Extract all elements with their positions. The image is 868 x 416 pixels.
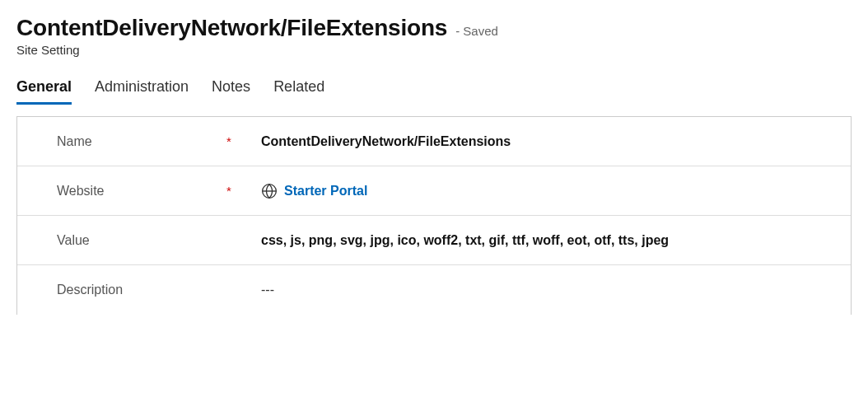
form-panel: Name * ContentDeliveryNetwork/FileExtens… [16, 116, 852, 315]
field-row-description: Description --- [17, 265, 851, 315]
field-label-description: Description [57, 283, 226, 297]
tab-administration[interactable]: Administration [95, 78, 189, 105]
saved-indicator: - Saved [455, 24, 498, 38]
required-marker: * [226, 134, 243, 148]
description-field[interactable]: --- [243, 283, 274, 297]
page-title: ContentDeliveryNetwork/FileExtensions [16, 15, 447, 41]
website-field[interactable]: Starter Portal [243, 183, 367, 199]
tab-notes[interactable]: Notes [212, 78, 250, 105]
tab-general[interactable]: General [16, 78, 72, 105]
field-label-name: Name [57, 134, 226, 149]
name-field[interactable]: ContentDeliveryNetwork/FileExtensions [243, 134, 511, 149]
tab-related[interactable]: Related [273, 78, 324, 105]
field-row-name: Name * ContentDeliveryNetwork/FileExtens… [17, 117, 851, 166]
page-header: ContentDeliveryNetwork/FileExtensions - … [16, 15, 852, 57]
field-label-website: Website [57, 184, 226, 199]
globe-icon [261, 183, 278, 199]
entity-type-label: Site Setting [16, 43, 852, 57]
value-field[interactable]: css, js, png, svg, jpg, ico, woff2, txt,… [243, 233, 669, 248]
field-label-value: Value [57, 233, 226, 248]
tab-bar: General Administration Notes Related [16, 78, 852, 105]
website-link-text: Starter Portal [284, 184, 367, 199]
field-row-website: Website * Starter Portal [17, 166, 851, 216]
required-marker: * [226, 184, 243, 198]
field-row-value: Value css, js, png, svg, jpg, ico, woff2… [17, 216, 851, 265]
